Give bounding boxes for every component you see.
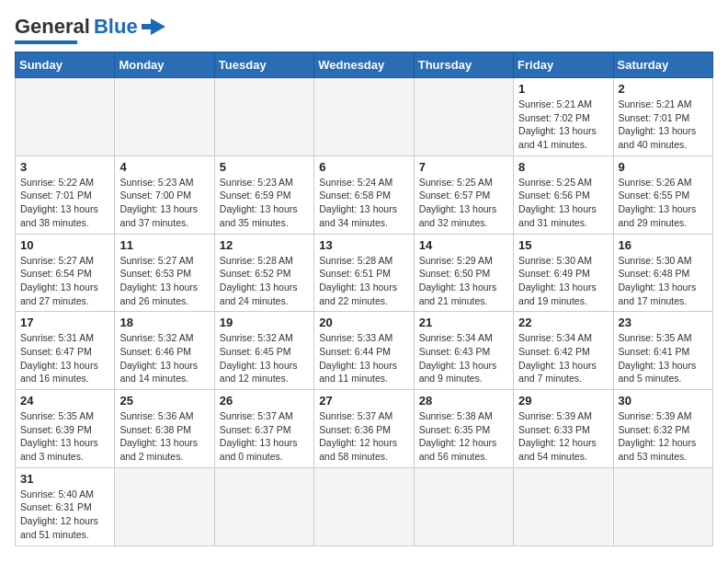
calendar-cell: 25Sunrise: 5:36 AM Sunset: 6:38 PM Dayli… [115,390,214,468]
calendar-cell: 21Sunrise: 5:34 AM Sunset: 6:43 PM Dayli… [414,312,513,390]
day-info: Sunrise: 5:31 AM Sunset: 6:47 PM Dayligh… [20,331,109,385]
calendar-cell: 31Sunrise: 5:40 AM Sunset: 6:31 PM Dayli… [16,467,115,546]
day-number: 4 [119,160,209,174]
day-info: Sunrise: 5:23 AM Sunset: 7:00 PM Dayligh… [119,176,209,230]
day-number: 5 [220,160,309,174]
calendar-cell: 1Sunrise: 5:21 AM Sunset: 7:02 PM Daylig… [514,78,613,156]
calendar-cell [414,467,513,546]
day-info: Sunrise: 5:37 AM Sunset: 6:37 PM Dayligh… [220,409,309,464]
calendar-cell [16,78,115,156]
weekday-row: SundayMondayTuesdayWednesdayThursdayFrid… [16,52,713,78]
day-info: Sunrise: 5:34 AM Sunset: 6:42 PM Dayligh… [518,331,608,385]
calendar-week-1: 1Sunrise: 5:21 AM Sunset: 7:02 PM Daylig… [16,78,713,156]
calendar-cell [314,78,414,156]
header: General Blue [15,15,713,44]
calendar-cell: 23Sunrise: 5:35 AM Sunset: 6:41 PM Dayli… [613,312,712,390]
day-info: Sunrise: 5:32 AM Sunset: 6:45 PM Dayligh… [220,331,309,385]
day-info: Sunrise: 5:21 AM Sunset: 7:01 PM Dayligh… [619,98,708,152]
weekday-header-sunday: Sunday [16,52,115,78]
calendar-cell: 3Sunrise: 5:22 AM Sunset: 7:01 PM Daylig… [16,155,115,234]
calendar-cell [514,467,613,546]
day-info: Sunrise: 5:27 AM Sunset: 6:53 PM Dayligh… [119,254,209,308]
weekday-header-tuesday: Tuesday [214,52,313,78]
day-number: 28 [419,394,508,408]
day-info: Sunrise: 5:37 AM Sunset: 6:36 PM Dayligh… [319,409,408,464]
calendar-cell [214,78,313,156]
day-info: Sunrise: 5:24 AM Sunset: 6:58 PM Dayligh… [319,176,408,230]
day-number: 15 [518,238,608,252]
day-info: Sunrise: 5:32 AM Sunset: 6:46 PM Dayligh… [119,331,209,385]
day-number: 9 [619,160,708,174]
day-number: 7 [419,160,508,174]
day-number: 25 [119,394,209,408]
calendar-cell: 27Sunrise: 5:37 AM Sunset: 6:36 PM Dayli… [314,390,414,468]
calendar-cell: 16Sunrise: 5:30 AM Sunset: 6:48 PM Dayli… [613,234,712,312]
calendar-cell [214,467,313,546]
day-number: 17 [20,316,109,329]
calendar-week-4: 17Sunrise: 5:31 AM Sunset: 6:47 PM Dayli… [16,312,713,390]
day-number: 22 [518,316,608,329]
day-number: 24 [20,394,109,408]
day-info: Sunrise: 5:27 AM Sunset: 6:54 PM Dayligh… [20,254,109,308]
calendar-cell: 17Sunrise: 5:31 AM Sunset: 6:47 PM Dayli… [16,312,115,390]
day-number: 6 [319,160,408,174]
day-number: 10 [20,238,109,252]
calendar-cell: 28Sunrise: 5:38 AM Sunset: 6:35 PM Dayli… [414,390,513,468]
weekday-header-monday: Monday [115,52,214,78]
calendar-cell: 9Sunrise: 5:26 AM Sunset: 6:55 PM Daylig… [613,155,712,234]
calendar-cell: 29Sunrise: 5:39 AM Sunset: 6:33 PM Dayli… [514,390,613,468]
day-info: Sunrise: 5:36 AM Sunset: 6:38 PM Dayligh… [119,409,209,464]
calendar-cell [613,467,712,546]
day-info: Sunrise: 5:21 AM Sunset: 7:02 PM Dayligh… [518,98,608,152]
calendar-cell: 4Sunrise: 5:23 AM Sunset: 7:00 PM Daylig… [115,155,214,234]
calendar-cell: 13Sunrise: 5:28 AM Sunset: 6:51 PM Dayli… [314,234,414,312]
weekday-header-thursday: Thursday [414,52,513,78]
day-number: 30 [619,394,708,408]
calendar-cell: 24Sunrise: 5:35 AM Sunset: 6:39 PM Dayli… [16,390,115,468]
day-number: 26 [220,394,309,408]
logo-text: General [15,15,90,39]
calendar-cell: 30Sunrise: 5:39 AM Sunset: 6:32 PM Dayli… [613,390,712,468]
day-info: Sunrise: 5:40 AM Sunset: 6:31 PM Dayligh… [20,488,109,542]
day-number: 13 [319,238,408,252]
calendar-cell [115,78,214,156]
day-info: Sunrise: 5:39 AM Sunset: 6:33 PM Dayligh… [518,409,608,464]
day-number: 27 [319,394,408,408]
weekday-header-saturday: Saturday [613,52,712,78]
calendar-cell: 7Sunrise: 5:25 AM Sunset: 6:57 PM Daylig… [414,155,513,234]
day-number: 20 [319,316,408,329]
calendar-cell: 20Sunrise: 5:33 AM Sunset: 6:44 PM Dayli… [314,312,414,390]
day-info: Sunrise: 5:30 AM Sunset: 6:48 PM Dayligh… [619,254,708,308]
calendar-cell: 10Sunrise: 5:27 AM Sunset: 6:54 PM Dayli… [16,234,115,312]
day-number: 16 [619,238,708,252]
calendar-cell: 22Sunrise: 5:34 AM Sunset: 6:42 PM Dayli… [514,312,613,390]
calendar-cell [314,467,414,546]
calendar-cell: 11Sunrise: 5:27 AM Sunset: 6:53 PM Dayli… [115,234,214,312]
logo: General Blue [15,15,167,44]
day-info: Sunrise: 5:35 AM Sunset: 6:41 PM Dayligh… [619,331,708,385]
day-number: 11 [119,238,209,252]
day-number: 3 [20,160,109,174]
day-info: Sunrise: 5:39 AM Sunset: 6:32 PM Dayligh… [619,409,708,464]
day-number: 23 [619,316,708,329]
calendar-cell [115,467,214,546]
svg-marker-0 [151,18,165,35]
weekday-header-wednesday: Wednesday [314,52,414,78]
day-info: Sunrise: 5:22 AM Sunset: 7:01 PM Dayligh… [20,176,109,230]
day-number: 12 [220,238,309,252]
day-number: 29 [518,394,608,408]
day-info: Sunrise: 5:33 AM Sunset: 6:44 PM Dayligh… [319,331,408,385]
day-info: Sunrise: 5:35 AM Sunset: 6:39 PM Dayligh… [20,409,109,464]
day-info: Sunrise: 5:25 AM Sunset: 6:57 PM Dayligh… [419,176,508,230]
calendar-cell: 18Sunrise: 5:32 AM Sunset: 6:46 PM Dayli… [115,312,214,390]
calendar-week-5: 24Sunrise: 5:35 AM Sunset: 6:39 PM Dayli… [16,390,713,468]
calendar-cell: 6Sunrise: 5:24 AM Sunset: 6:58 PM Daylig… [314,155,414,234]
calendar-cell: 5Sunrise: 5:23 AM Sunset: 6:59 PM Daylig… [214,155,313,234]
day-info: Sunrise: 5:23 AM Sunset: 6:59 PM Dayligh… [220,176,309,230]
day-number: 8 [518,160,608,174]
calendar-week-6: 31Sunrise: 5:40 AM Sunset: 6:31 PM Dayli… [16,467,713,546]
calendar-cell: 15Sunrise: 5:30 AM Sunset: 6:49 PM Dayli… [514,234,613,312]
calendar-cell: 8Sunrise: 5:25 AM Sunset: 6:56 PM Daylig… [514,155,613,234]
day-info: Sunrise: 5:25 AM Sunset: 6:56 PM Dayligh… [518,176,608,230]
calendar-cell: 14Sunrise: 5:29 AM Sunset: 6:50 PM Dayli… [414,234,513,312]
